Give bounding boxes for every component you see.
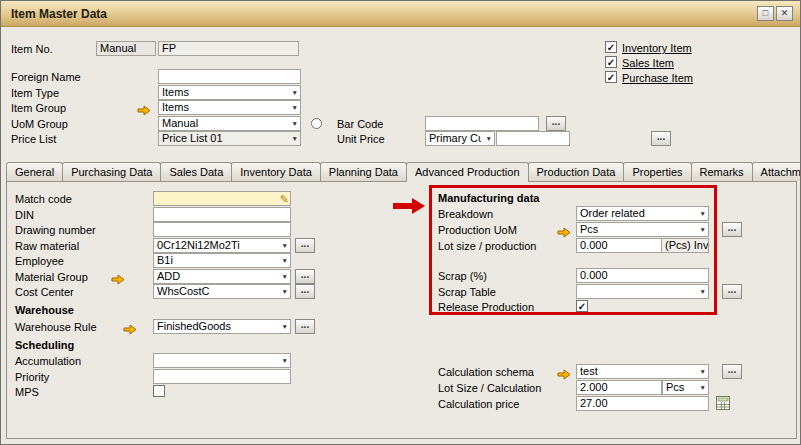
item-no-mode-field[interactable]: Manual — [96, 41, 156, 56]
material-group-label: Material Group — [15, 271, 88, 284]
calculation-schema-dropdown[interactable]: test ▼ — [576, 364, 709, 379]
lot-size-calculation-field[interactable]: 2.000 — [576, 380, 662, 395]
production-uom-dropdown[interactable]: Pcs ▼ — [576, 222, 709, 237]
scrap-pct-field[interactable]: 0.000 — [576, 268, 709, 283]
tab-remarks[interactable]: Remarks — [691, 162, 753, 181]
tab-advanced-production[interactable]: Advanced Production — [406, 162, 529, 182]
lot-size-calculation-uom-dropdown[interactable]: Pcs ▼ — [662, 380, 709, 395]
scrap-table-dropdown[interactable]: ▼ — [576, 284, 709, 299]
warehouse-rule-browse-button[interactable]: ... — [295, 319, 315, 334]
scheduling-section-header: Scheduling — [15, 339, 74, 351]
bar-code-browse-button[interactable]: ... — [546, 116, 566, 131]
raw-material-value: 0Cr12Ni12Mo2Ti — [157, 239, 240, 252]
link-arrow-icon[interactable] — [123, 321, 137, 332]
tab-attachments[interactable]: Attachments — [752, 162, 801, 181]
lot-size-production-field[interactable]: 0.000 — [576, 238, 662, 253]
manufacturing-section-header: Manufacturing data — [438, 192, 539, 204]
tab-sales-data[interactable]: Sales Data — [160, 162, 232, 181]
chevron-down-icon: ▼ — [486, 135, 492, 143]
uom-group-dropdown[interactable]: Manual ▼ — [158, 116, 301, 131]
unit-price-currency-dropdown[interactable]: Primary Curr ▼ — [425, 131, 495, 146]
warehouse-section-header: Warehouse — [15, 304, 74, 316]
employee-dropdown[interactable]: B1i ▼ — [153, 253, 291, 268]
unit-price-field[interactable] — [496, 131, 570, 146]
item-type-value: Items — [162, 86, 189, 99]
price-list-value: Price List 01 — [162, 132, 223, 145]
close-button[interactable]: ✕ — [776, 6, 793, 21]
scrap-table-label: Scrap Table — [438, 286, 496, 299]
item-master-data-window: Item Master Data □ ✕ Item No. Manual FP … — [0, 0, 801, 445]
release-production-checkbox[interactable]: ✓ — [576, 300, 588, 312]
tab-general[interactable]: General — [6, 162, 63, 181]
sales-item-checkbox[interactable]: ✓ — [605, 56, 617, 68]
raw-material-browse-button[interactable]: ... — [295, 238, 315, 253]
chevron-down-icon: ▼ — [282, 323, 288, 331]
breakdown-value: Order related — [580, 207, 645, 220]
link-arrow-icon[interactable] — [137, 102, 151, 113]
din-field[interactable] — [153, 207, 291, 222]
match-code-field[interactable]: ✎ — [153, 191, 291, 206]
din-label: DIN — [15, 209, 34, 222]
item-group-dropdown[interactable]: Items ▼ — [158, 100, 301, 115]
chevron-down-icon: ▼ — [282, 242, 288, 250]
warehouse-rule-label: Warehouse Rule — [15, 321, 97, 334]
warehouse-rule-dropdown[interactable]: FinishedGoods ▼ — [153, 319, 291, 334]
link-arrow-icon[interactable] — [111, 271, 125, 282]
raw-material-label: Raw material — [15, 240, 79, 253]
production-uom-label: Production UoM — [438, 224, 517, 237]
unit-price-browse-button[interactable]: ... — [651, 131, 671, 146]
mps-checkbox[interactable] — [153, 385, 165, 397]
tab-purchasing-data[interactable]: Purchasing Data — [62, 162, 161, 181]
foreign-name-field[interactable] — [158, 69, 301, 84]
cost-center-label: Cost Center — [15, 286, 74, 299]
production-uom-browse-button[interactable]: ... — [722, 222, 742, 237]
unit-price-label: Unit Price — [337, 133, 385, 146]
release-production-label: Release Production — [438, 301, 534, 314]
calculation-price-field[interactable]: 27.00 — [576, 396, 709, 411]
chevron-down-icon: ▼ — [292, 135, 298, 143]
raw-material-dropdown[interactable]: 0Cr12Ni12Mo2Ti ▼ — [153, 238, 291, 253]
item-type-label: Item Type — [11, 87, 59, 100]
priority-field[interactable] — [153, 369, 291, 384]
uom-group-value: Manual — [162, 117, 198, 130]
tab-properties[interactable]: Properties — [623, 162, 691, 181]
drawing-number-field[interactable] — [153, 222, 291, 237]
item-type-dropdown[interactable]: Items ▼ — [158, 85, 301, 100]
scrap-pct-label: Scrap (%) — [438, 270, 487, 283]
title-bar[interactable]: Item Master Data □ ✕ — [1, 1, 800, 27]
link-arrow-icon[interactable] — [557, 224, 571, 235]
maximize-button[interactable]: □ — [757, 6, 774, 21]
production-uom-value: Pcs — [580, 223, 598, 236]
material-group-dropdown[interactable]: ADD ▼ — [153, 269, 291, 284]
material-group-browse-button[interactable]: ... — [295, 269, 315, 284]
calculator-icon[interactable] — [715, 395, 731, 415]
cost-center-browse-button[interactable]: ... — [295, 284, 315, 299]
purchase-item-checkbox[interactable]: ✓ — [605, 71, 617, 83]
item-no-field[interactable]: FP — [158, 41, 299, 56]
material-group-value: ADD — [157, 270, 180, 283]
accumulation-dropdown[interactable]: ▼ — [153, 353, 291, 368]
breakdown-dropdown[interactable]: Order related ▼ — [576, 206, 709, 221]
uom-group-label: UoM Group — [11, 118, 68, 131]
tab-planning-data[interactable]: Planning Data — [320, 162, 407, 181]
inventory-item-checkbox[interactable]: ✓ — [605, 41, 617, 53]
link-arrow-icon[interactable] — [557, 366, 571, 377]
drawing-number-label: Drawing number — [15, 224, 96, 237]
priority-label: Priority — [15, 371, 49, 384]
chevron-down-icon: ▼ — [700, 288, 706, 296]
scrap-table-browse-button[interactable]: ... — [722, 284, 742, 299]
lot-size-production-label: Lot size / production — [438, 240, 536, 253]
mps-label: MPS — [15, 386, 39, 399]
price-list-dropdown[interactable]: Price List 01 ▼ — [158, 131, 301, 146]
tab-production-data[interactable]: Production Data — [528, 162, 625, 181]
calculation-schema-browse-button[interactable]: ... — [722, 364, 742, 379]
lot-size-calculation-uom: Pcs — [666, 381, 684, 394]
tab-inventory-data[interactable]: Inventory Data — [231, 162, 321, 181]
circle-button-icon[interactable] — [311, 118, 322, 129]
chevron-down-icon: ▼ — [292, 120, 298, 128]
bar-code-field[interactable] — [425, 116, 539, 131]
sales-item-label: Sales Item — [622, 57, 674, 70]
calculation-price-label: Calculation price — [438, 398, 519, 411]
cost-center-dropdown[interactable]: WhsCostC ▼ — [153, 284, 291, 299]
item-group-value: Items — [162, 101, 189, 114]
